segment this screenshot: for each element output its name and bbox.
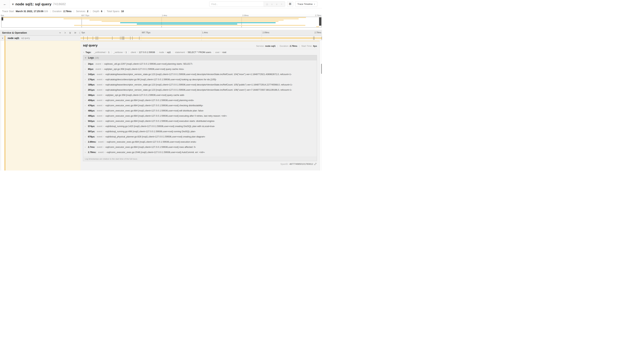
deep-link-icon[interactable] <box>314 163 317 165</box>
log-timestamp: 476μs: <box>88 104 95 107</box>
summary-value: 6 <box>101 10 102 13</box>
span-overview: Service:node sql1|Duration:2.79ms|Start … <box>256 45 317 47</box>
trace-summary-item: Total Spans 10 <box>107 10 124 13</box>
chevron-right-icon: › <box>85 125 88 128</box>
log-timestamp: 486μs: <box>88 109 95 112</box>
span-log-marker[interactable] <box>124 36 124 40</box>
timeline-ruler: 0μs697.75μs1.4ms2.09ms2.79ms <box>80 30 322 36</box>
span-log-marker[interactable] <box>122 36 123 40</box>
log-row[interactable]: ›34μs:event=‹sql/exec_util.go:2297 [nsql… <box>85 63 315 65</box>
column-resizer-handle[interactable]: ∥ <box>79 32 80 34</box>
equals-sign: = <box>186 51 187 53</box>
log-row[interactable]: ›486μs:event=‹sql/conn_executor_exec.go:… <box>85 109 315 112</box>
tag-item[interactable]: node=sql1 <box>157 51 173 54</box>
command-icon: ⌘ <box>288 2 292 6</box>
tag-value: sql1 <box>167 51 171 54</box>
log-row[interactable]: ›2.79ms:event=‹sql/conn_executor_exec.go… <box>85 151 315 154</box>
log-field-name: event <box>97 115 102 117</box>
find-button-group: ◎ ∧ ∨ × <box>264 2 285 7</box>
span-log-marker[interactable] <box>93 36 93 40</box>
span-log-marker[interactable] <box>313 36 314 40</box>
summary-value: March 31 2022, 17:25:09 <box>16 10 44 13</box>
span-log-marker[interactable] <box>98 36 98 40</box>
search-input[interactable] <box>210 2 264 7</box>
log-row[interactable]: ›459μs:event=‹sql/conn_executor_exec.go:… <box>85 99 315 102</box>
span-log-marker[interactable] <box>122 36 122 40</box>
expand-one-icon[interactable] <box>64 32 66 34</box>
span-bar-cell[interactable] <box>80 36 322 41</box>
clear-search-icon[interactable]: × <box>280 3 284 6</box>
expand-all-icon[interactable] <box>74 32 76 34</box>
chevron-right-icon: › <box>85 120 88 122</box>
keyboard-shortcuts-button[interactable]: ⌘ <box>287 2 293 7</box>
equals-sign: = <box>102 68 103 70</box>
ruler-tick-label: 0μs <box>82 31 85 34</box>
log-row[interactable]: ›502μs:event=‹sql/conn_executor_exec.go:… <box>85 120 315 122</box>
span-operation-name: sql query <box>21 37 30 39</box>
log-message: ‹sql/distsql_running.go:498 [nsql1,clien… <box>105 130 196 133</box>
ruler-tick-label: 2.09ms <box>242 14 248 17</box>
log-row[interactable]: ›476μs:event=‹sql/conn_executor_exec.go:… <box>85 104 315 107</box>
trace-view-label: Trace Timeline <box>298 3 313 5</box>
chevron-down-icon[interactable]: ∨ <box>12 3 14 6</box>
ruler-grid-line <box>201 30 202 36</box>
tag-item[interactable]: user=root <box>213 51 228 54</box>
log-row[interactable]: ›2.69ms:event=‹sql/conn_executor_exec.go… <box>85 141 315 143</box>
log-field-name: event <box>97 109 102 112</box>
tag-key: node <box>159 51 164 54</box>
span-log-marker[interactable] <box>132 36 132 40</box>
log-row[interactable]: ›2.7ms:event=‹sql/conn_executor_exec.go:… <box>85 146 315 148</box>
tag-item[interactable]: statement=SELECT * FROM users <box>173 51 213 54</box>
minimap-span-bar <box>74 25 305 26</box>
chevron-right-icon: › <box>85 104 88 107</box>
trace-view-selector[interactable]: Trace Timeline ∨ <box>295 2 317 7</box>
minimap-spans-svg <box>2 17 321 27</box>
log-timestamp: 495μs: <box>88 115 95 117</box>
log-row[interactable]: ›201μs:event=‹sql/catalog/lease/descript… <box>85 89 315 91</box>
trace-summary-item: Duration 2.79ms <box>52 10 72 13</box>
span-id-label: SpanID: <box>280 163 288 165</box>
span-name-cell[interactable]: ∨ node sql1 sql query <box>0 36 80 41</box>
overview-value: 2.79ms <box>290 45 297 47</box>
span-log-marker[interactable] <box>314 36 314 40</box>
overview-separator: | <box>299 45 300 47</box>
span-duration-bar[interactable] <box>80 37 322 39</box>
log-row[interactable]: ›574μs:event=‹sql/distsql_running.go:142… <box>85 125 315 128</box>
trace-summary-item: Depth 6 <box>93 10 102 13</box>
log-row[interactable]: ›80μs:event=‹sql/plan_opt.go:358 [nsql1,… <box>85 68 315 70</box>
log-row[interactable]: ›176μs:event=‹sql/catalog/descs/descript… <box>85 78 315 81</box>
tag-item[interactable]: client=127.0.0.1:59936 <box>129 51 157 54</box>
tag-item[interactable]: _unfinished=1 <box>92 51 111 54</box>
logs-accordion-header[interactable]: ∨ Logs (18) <box>83 55 317 60</box>
span-log-marker[interactable] <box>96 36 96 40</box>
span-log-marker[interactable] <box>97 36 97 40</box>
find-box: ◎ ∧ ∨ × <box>209 2 285 7</box>
log-row[interactable]: ›495μs:event=‹sql/conn_executor_exec.go:… <box>85 115 315 117</box>
span-log-marker[interactable] <box>123 36 124 40</box>
focus-match-icon[interactable]: ◎ <box>265 3 269 6</box>
minimap-span-bar <box>120 22 276 23</box>
overview-separator: | <box>277 45 278 47</box>
prev-match-icon[interactable]: ∧ <box>270 3 274 6</box>
log-row[interactable]: ›189μs:event=‹sql/catalog/lease/descript… <box>85 83 315 86</box>
log-row[interactable]: ›142μs:event=‹sql/catalog/lease/descript… <box>85 73 315 76</box>
logs-title: Logs <box>88 56 94 59</box>
log-row[interactable]: ›597μs:event=‹sql/distsql_running.go:498… <box>85 130 315 133</box>
collapse-deep-icon[interactable] <box>69 32 71 34</box>
scrollbar-thumb[interactable] <box>321 64 322 74</box>
logs-footer-note: Log timestamps are relative to the start… <box>83 157 317 161</box>
ruler-grid-line <box>262 30 262 36</box>
log-message: ‹sql/catalog/lease/descriptor_version_st… <box>105 83 292 86</box>
ruler-tick-label: 2.09ms <box>262 31 269 34</box>
tags-accordion[interactable]: › Tags: _unfinished=1_verbose=1client=12… <box>83 49 317 55</box>
back-button[interactable]: ← <box>0 0 10 8</box>
next-match-icon[interactable]: ∨ <box>274 3 279 6</box>
minimap-canvas[interactable] <box>2 17 322 28</box>
collapse-all-icon[interactable] <box>59 32 61 34</box>
span-color-strip <box>4 36 5 41</box>
log-timestamp: 80μs: <box>88 68 94 70</box>
log-timestamp: 574μs: <box>88 125 95 128</box>
log-row[interactable]: ›678μs:event=‹sql/distsql_physical_plann… <box>85 135 315 138</box>
log-row[interactable]: ›366μs:event=‹sql/plan_opt.go:358 [nsql1… <box>85 94 315 96</box>
tag-item[interactable]: _verbose=1 <box>111 51 129 54</box>
